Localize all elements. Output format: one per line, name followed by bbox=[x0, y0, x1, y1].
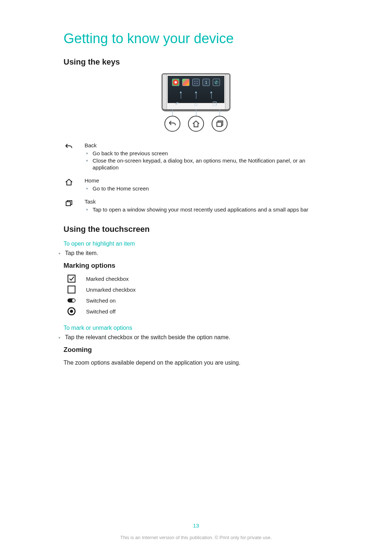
key-bullet: Go to the Home screen bbox=[93, 185, 328, 192]
switch-on-icon bbox=[67, 296, 76, 304]
zooming-text: The zoom options available depend on the… bbox=[64, 359, 328, 367]
switch-off-icon bbox=[67, 307, 76, 315]
svg-point-5 bbox=[72, 299, 75, 302]
circle-back-icon bbox=[164, 116, 180, 132]
footer-note: This is an Internet version of this publ… bbox=[0, 535, 392, 540]
softkey-task-icon: ❐ bbox=[212, 101, 217, 107]
app-phone-icon bbox=[213, 79, 220, 86]
app-apps-icon bbox=[192, 79, 200, 86]
key-bullet: Close the on-screen keypad, a dialog box… bbox=[93, 157, 328, 172]
subhead-mark-howto: To mark or unmark options bbox=[64, 325, 328, 331]
keys-diagram: ▴ ▴ ▴ ↶ ⌂ ❐ bbox=[64, 73, 328, 132]
app-widget-icon bbox=[203, 79, 210, 86]
mark-row-switched-off: Switched off bbox=[64, 307, 328, 315]
key-item-home: Home Go to the Home screen bbox=[64, 177, 328, 192]
bullet-open-item: Tap the item. bbox=[65, 250, 328, 257]
subhead-open-item: To open or highlight an item bbox=[64, 241, 328, 247]
back-icon bbox=[64, 143, 74, 151]
key-item-back: Back Go back to the previous screen Clos… bbox=[64, 142, 328, 171]
softkey-home-icon: ⌂ bbox=[194, 101, 197, 107]
app-chrome-icon bbox=[172, 79, 179, 86]
svg-point-7 bbox=[70, 310, 73, 313]
section-heading-keys: Using the keys bbox=[64, 57, 328, 67]
page-title: Getting to know your device bbox=[64, 31, 328, 46]
svg-rect-1 bbox=[66, 202, 70, 206]
app-play-icon bbox=[182, 79, 189, 86]
mark-label: Marked checkbox bbox=[86, 276, 129, 282]
page-number: 13 bbox=[0, 522, 392, 529]
softkey-back-icon: ↶ bbox=[175, 101, 179, 107]
mark-row-switched-on: Switched on bbox=[64, 296, 328, 304]
key-title: Home bbox=[85, 177, 328, 184]
key-bullet: Tap to open a window showing your most r… bbox=[93, 206, 328, 213]
subheading-zooming: Zooming bbox=[64, 346, 328, 354]
mark-row-unchecked: Unmarked checkbox bbox=[64, 286, 328, 294]
mark-label: Switched off bbox=[86, 308, 115, 315]
checkbox-empty-icon bbox=[67, 286, 76, 294]
key-bullet: Go back to the previous screen bbox=[93, 150, 328, 157]
svg-rect-0 bbox=[217, 122, 221, 127]
bullet-mark-howto: Tap the relevant checkbox or the switch … bbox=[65, 334, 328, 341]
key-item-task: Task Tap to open a window showing your m… bbox=[64, 198, 328, 213]
svg-rect-2 bbox=[68, 275, 75, 283]
key-title: Task bbox=[85, 198, 328, 205]
circle-home-icon bbox=[188, 116, 204, 132]
section-heading-touchscreen: Using the touchscreen bbox=[64, 225, 328, 234]
mark-label: Switched on bbox=[86, 297, 116, 304]
mark-label: Unmarked checkbox bbox=[86, 287, 136, 293]
checkbox-checked-icon bbox=[67, 275, 76, 283]
home-icon bbox=[64, 178, 74, 186]
mark-row-checked: Marked checkbox bbox=[64, 275, 328, 283]
circle-task-icon bbox=[212, 116, 228, 132]
key-title: Back bbox=[85, 142, 328, 149]
subheading-marking: Marking options bbox=[64, 262, 328, 270]
task-icon bbox=[64, 199, 74, 208]
svg-rect-3 bbox=[68, 286, 75, 294]
